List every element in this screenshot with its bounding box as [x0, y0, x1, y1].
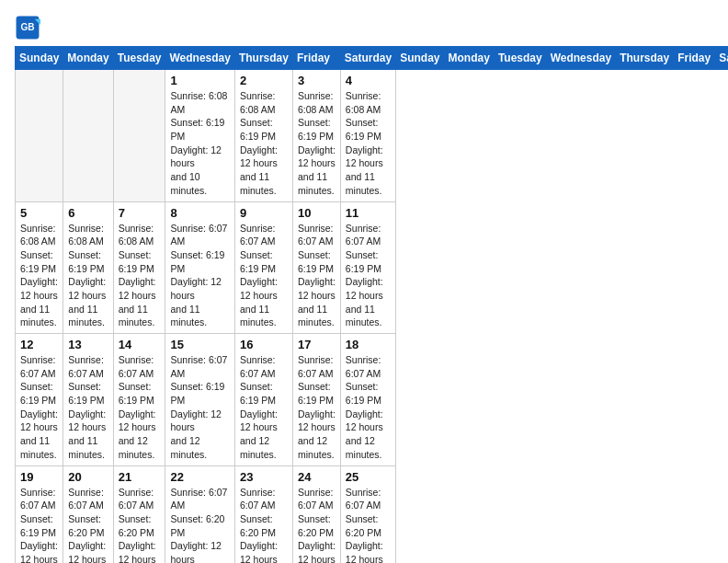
day-info: Sunrise: 6:08 AM Sunset: 6:19 PM Dayligh…: [119, 222, 161, 330]
day-info: Sunrise: 6:07 AM Sunset: 6:19 PM Dayligh…: [170, 353, 229, 462]
calendar-table: SundayMondayTuesdayWednesdayThursdayFrid…: [15, 46, 728, 563]
day-number: 17: [298, 338, 336, 351]
header-thursday: Thursday: [234, 47, 292, 70]
calendar-header-row: SundayMondayTuesdayWednesdayThursdayFrid…: [16, 47, 729, 70]
day-info: Sunrise: 6:07 AM Sunset: 6:20 PM Dayligh…: [170, 486, 229, 564]
calendar-cell: 9Sunrise: 6:07 AM Sunset: 6:19 PM Daylig…: [234, 201, 292, 334]
day-number: 7: [119, 206, 161, 220]
header-monday: Monday: [63, 47, 113, 70]
day-number: 21: [119, 470, 161, 484]
day-info: Sunrise: 6:07 AM Sunset: 6:20 PM Dayligh…: [298, 486, 336, 564]
header-monday: Monday: [444, 47, 494, 70]
day-info: Sunrise: 6:08 AM Sunset: 6:19 PM Dayligh…: [170, 89, 229, 198]
week-row-1: 1Sunrise: 6:08 AM Sunset: 6:19 PM Daylig…: [16, 70, 729, 202]
day-info: Sunrise: 6:07 AM Sunset: 6:19 PM Dayligh…: [240, 222, 288, 330]
day-info: Sunrise: 6:08 AM Sunset: 6:19 PM Dayligh…: [346, 89, 391, 198]
calendar-cell: 13Sunrise: 6:07 AM Sunset: 6:19 PM Dayli…: [63, 334, 113, 466]
calendar-cell: 21Sunrise: 6:07 AM Sunset: 6:20 PM Dayli…: [113, 465, 165, 563]
day-info: Sunrise: 6:07 AM Sunset: 6:19 PM Dayligh…: [20, 486, 58, 564]
calendar-cell: 10Sunrise: 6:07 AM Sunset: 6:19 PM Dayli…: [292, 201, 340, 334]
calendar-cell: 8Sunrise: 6:07 AM Sunset: 6:19 PM Daylig…: [165, 201, 234, 334]
calendar-cell: 17Sunrise: 6:07 AM Sunset: 6:19 PM Dayli…: [292, 334, 340, 466]
day-info: Sunrise: 6:07 AM Sunset: 6:19 PM Dayligh…: [298, 222, 336, 330]
day-number: 10: [298, 206, 336, 220]
day-number: 25: [346, 470, 391, 484]
header-tuesday: Tuesday: [113, 47, 165, 70]
calendar-cell: 15Sunrise: 6:07 AM Sunset: 6:19 PM Dayli…: [165, 334, 234, 466]
day-info: Sunrise: 6:08 AM Sunset: 6:19 PM Dayligh…: [240, 89, 288, 198]
logo: GB: [15, 15, 46, 40]
day-number: 11: [346, 206, 391, 220]
day-number: 3: [298, 74, 336, 87]
calendar-cell: 23Sunrise: 6:07 AM Sunset: 6:20 PM Dayli…: [234, 465, 292, 563]
day-info: Sunrise: 6:07 AM Sunset: 6:19 PM Dayligh…: [20, 353, 58, 462]
day-info: Sunrise: 6:07 AM Sunset: 6:19 PM Dayligh…: [119, 353, 161, 462]
calendar-cell: [113, 70, 165, 202]
day-info: Sunrise: 6:07 AM Sunset: 6:20 PM Dayligh…: [346, 486, 391, 564]
day-number: 19: [20, 470, 58, 484]
week-row-3: 12Sunrise: 6:07 AM Sunset: 6:19 PM Dayli…: [16, 334, 729, 466]
calendar-cell: [16, 70, 63, 202]
calendar-cell: 2Sunrise: 6:08 AM Sunset: 6:19 PM Daylig…: [234, 70, 292, 202]
day-info: Sunrise: 6:07 AM Sunset: 6:19 PM Dayligh…: [240, 353, 288, 462]
day-number: 15: [170, 338, 229, 351]
day-info: Sunrise: 6:08 AM Sunset: 6:19 PM Dayligh…: [298, 89, 336, 198]
day-number: 6: [68, 206, 108, 220]
header-wednesday: Wednesday: [546, 47, 615, 70]
week-row-2: 5Sunrise: 6:08 AM Sunset: 6:19 PM Daylig…: [16, 201, 729, 334]
calendar-cell: 20Sunrise: 6:07 AM Sunset: 6:20 PM Dayli…: [63, 465, 113, 563]
week-row-4: 19Sunrise: 6:07 AM Sunset: 6:19 PM Dayli…: [16, 465, 729, 563]
day-number: 13: [68, 338, 108, 351]
calendar-cell: 6Sunrise: 6:08 AM Sunset: 6:19 PM Daylig…: [63, 201, 113, 334]
calendar-cell: 19Sunrise: 6:07 AM Sunset: 6:19 PM Dayli…: [16, 465, 63, 563]
day-info: Sunrise: 6:07 AM Sunset: 6:20 PM Dayligh…: [68, 486, 108, 564]
header-saturday: Saturday: [340, 47, 395, 70]
day-info: Sunrise: 6:07 AM Sunset: 6:19 PM Dayligh…: [298, 353, 336, 462]
header-thursday: Thursday: [616, 47, 674, 70]
header-tuesday: Tuesday: [494, 47, 546, 70]
header-friday: Friday: [674, 47, 715, 70]
header-wednesday: Wednesday: [165, 47, 234, 70]
day-info: Sunrise: 6:07 AM Sunset: 6:19 PM Dayligh…: [68, 353, 108, 462]
day-number: 14: [119, 338, 161, 351]
page-header: GB: [15, 15, 713, 40]
logo-icon: GB: [15, 15, 40, 40]
calendar-cell: 7Sunrise: 6:08 AM Sunset: 6:19 PM Daylig…: [113, 201, 165, 334]
calendar-cell: 24Sunrise: 6:07 AM Sunset: 6:20 PM Dayli…: [292, 465, 340, 563]
calendar-cell: 14Sunrise: 6:07 AM Sunset: 6:19 PM Dayli…: [113, 334, 165, 466]
calendar-cell: 5Sunrise: 6:08 AM Sunset: 6:19 PM Daylig…: [16, 201, 63, 334]
header-saturday: Saturday: [715, 47, 728, 70]
svg-text:GB: GB: [20, 22, 34, 32]
day-number: 1: [170, 74, 229, 87]
day-info: Sunrise: 6:07 AM Sunset: 6:19 PM Dayligh…: [346, 353, 391, 462]
calendar-cell: [63, 70, 113, 202]
day-info: Sunrise: 6:07 AM Sunset: 6:19 PM Dayligh…: [170, 222, 229, 330]
day-number: 12: [20, 338, 58, 351]
calendar-cell: 4Sunrise: 6:08 AM Sunset: 6:19 PM Daylig…: [340, 70, 395, 202]
day-info: Sunrise: 6:07 AM Sunset: 6:20 PM Dayligh…: [119, 486, 161, 564]
day-number: 8: [170, 206, 229, 220]
day-number: 9: [240, 206, 288, 220]
header-sunday: Sunday: [16, 47, 63, 70]
header-sunday: Sunday: [396, 47, 444, 70]
day-number: 2: [240, 74, 288, 87]
day-info: Sunrise: 6:07 AM Sunset: 6:19 PM Dayligh…: [346, 222, 391, 330]
day-info: Sunrise: 6:08 AM Sunset: 6:19 PM Dayligh…: [68, 222, 108, 330]
calendar-cell: 18Sunrise: 6:07 AM Sunset: 6:19 PM Dayli…: [340, 334, 395, 466]
calendar-cell: 3Sunrise: 6:08 AM Sunset: 6:19 PM Daylig…: [292, 70, 340, 202]
calendar-cell: 1Sunrise: 6:08 AM Sunset: 6:19 PM Daylig…: [165, 70, 234, 202]
calendar-cell: 11Sunrise: 6:07 AM Sunset: 6:19 PM Dayli…: [340, 201, 395, 334]
day-number: 16: [240, 338, 288, 351]
calendar-cell: 12Sunrise: 6:07 AM Sunset: 6:19 PM Dayli…: [16, 334, 63, 466]
day-number: 20: [68, 470, 108, 484]
calendar-cell: 22Sunrise: 6:07 AM Sunset: 6:20 PM Dayli…: [165, 465, 234, 563]
day-number: 23: [240, 470, 288, 484]
calendar-cell: 16Sunrise: 6:07 AM Sunset: 6:19 PM Dayli…: [234, 334, 292, 466]
day-number: 4: [346, 74, 391, 87]
day-number: 22: [170, 470, 229, 484]
header-friday: Friday: [292, 47, 340, 70]
day-info: Sunrise: 6:07 AM Sunset: 6:20 PM Dayligh…: [240, 486, 288, 564]
day-number: 24: [298, 470, 336, 484]
day-number: 18: [346, 338, 391, 351]
calendar-cell: 25Sunrise: 6:07 AM Sunset: 6:20 PM Dayli…: [340, 465, 395, 563]
